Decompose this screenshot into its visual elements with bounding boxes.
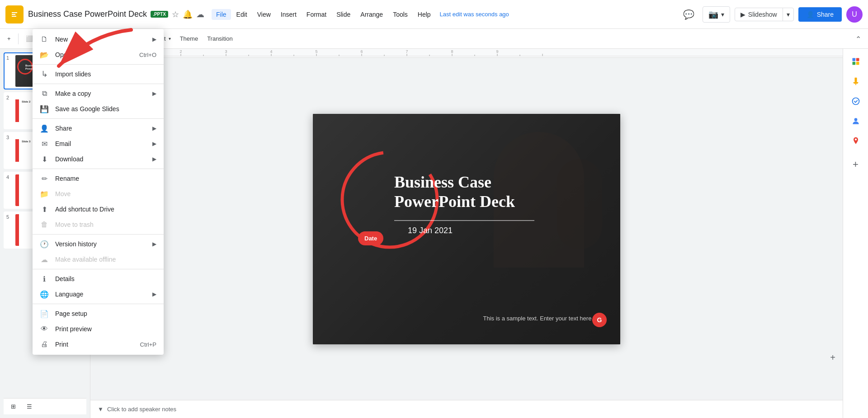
- menu-item-share[interactable]: 👤 Share ▶: [33, 121, 164, 136]
- menu-item-open[interactable]: 📂 Open Ctrl+O: [33, 47, 164, 62]
- svg-point-43: [854, 139, 856, 141]
- slideshow-button[interactable]: ▶ Slideshow ▾: [735, 8, 794, 21]
- menu-item-rename[interactable]: ✏ Rename: [33, 171, 164, 186]
- keep-button[interactable]: [847, 72, 865, 90]
- menu-item-language[interactable]: 🌐 Language ▶: [33, 286, 164, 302]
- menu-details-label: Details: [55, 275, 156, 282]
- meet-button[interactable]: 📷 ▾: [703, 6, 730, 23]
- menu-rename-label: Rename: [55, 175, 156, 182]
- avatar[interactable]: U: [846, 6, 863, 23]
- svg-text:8: 8: [451, 49, 453, 54]
- copy-arrow: ▶: [152, 90, 156, 97]
- explore-button[interactable]: [847, 52, 865, 70]
- menu-item-move[interactable]: 📁 Move: [33, 186, 164, 202]
- notify-icon[interactable]: 🔔: [183, 9, 193, 19]
- menu-item-trash[interactable]: 🗑 Move to trash: [33, 217, 164, 232]
- rename-icon: ✏: [40, 174, 49, 183]
- menu-item-make-copy[interactable]: ⧉ Make a copy ▶: [33, 86, 164, 101]
- slide-date-badge[interactable]: Date: [358, 231, 383, 245]
- menu-insert[interactable]: Insert: [276, 9, 301, 20]
- menu-arrange[interactable]: Arrange: [356, 9, 387, 20]
- share-icon: 👤: [807, 11, 814, 18]
- menu-item-version-history[interactable]: 🕐 Version history ▶: [33, 236, 164, 252]
- cloud-icon[interactable]: ☁: [196, 9, 204, 19]
- menu-item-print-preview[interactable]: 👁 Print preview: [33, 321, 164, 337]
- add-slide-button[interactable]: +: [4, 33, 14, 44]
- add-panel-button[interactable]: +: [847, 155, 865, 174]
- menu-view[interactable]: View: [253, 9, 275, 20]
- comment-button[interactable]: 💬: [680, 5, 698, 23]
- grid-view-btn[interactable]: ⊞: [7, 401, 19, 412]
- meet-label: ▾: [721, 11, 724, 18]
- language-arrow: ▶: [152, 291, 156, 297]
- slide-panel-footer: ⊞ ☰: [4, 398, 86, 414]
- menu-slide[interactable]: Slide: [332, 9, 355, 20]
- version-icon: 🕐: [40, 240, 49, 249]
- details-icon: ℹ: [40, 274, 49, 283]
- last-edit-text[interactable]: Last edit was seconds ago: [440, 11, 509, 18]
- menu-help[interactable]: Help: [413, 9, 435, 20]
- contacts-button[interactable]: [847, 112, 865, 130]
- right-sidebar: +: [843, 49, 868, 418]
- svg-point-41: [852, 98, 859, 105]
- svg-rect-36: [856, 58, 859, 61]
- menu-item-add-shortcut[interactable]: ⬆ Add shortcut to Drive: [33, 202, 164, 217]
- menu-item-page-setup[interactable]: 📄 Page setup: [33, 306, 164, 321]
- expand-button[interactable]: +: [826, 351, 839, 364]
- menu-item-offline[interactable]: ☁ Make available offline: [33, 252, 164, 267]
- language-icon: 🌐: [40, 290, 49, 299]
- menu-item-download[interactable]: ⬇ Download ▶: [33, 151, 164, 167]
- svg-text:7: 7: [406, 49, 408, 54]
- share-label: Share: [817, 11, 834, 18]
- open-icon: 📂: [40, 50, 49, 59]
- open-shortcut: Ctrl+O: [139, 52, 156, 58]
- slide-sample-text[interactable]: This is a sample text. Enter your text h…: [483, 315, 594, 322]
- topbar: Business Case PowerPoint Deck .PPTX ☆ 🔔 …: [0, 0, 868, 29]
- list-view-btn[interactable]: ☰: [23, 401, 36, 412]
- svg-rect-2: [12, 14, 15, 15]
- app-logo[interactable]: [5, 5, 24, 23]
- svg-rect-37: [852, 62, 855, 65]
- slideshow-chevron[interactable]: ▾: [783, 8, 793, 21]
- collapse-button[interactable]: ⌃: [852, 33, 864, 45]
- move-icon: 📁: [40, 189, 49, 198]
- svg-text:2: 2: [179, 49, 182, 54]
- slideshow-main[interactable]: ▶ Slideshow: [735, 8, 783, 21]
- menu-item-import[interactable]: ↳ Import slides: [33, 66, 164, 82]
- slide-g-badge: G: [592, 313, 607, 327]
- menu-trash-label: Move to trash: [55, 221, 156, 228]
- menu-open-label: Open: [55, 51, 139, 58]
- menu-format[interactable]: Format: [302, 9, 331, 20]
- trash-icon: 🗑: [40, 220, 49, 229]
- tasks-button[interactable]: [847, 92, 865, 110]
- slide-title[interactable]: Business Case PowerPoint Deck: [394, 173, 515, 211]
- ruler: 1 2 3 4 5 6 7 8 9: [90, 49, 843, 58]
- slide-canvas[interactable]: Business Case PowerPoint Deck 19 Jan 202…: [313, 114, 620, 344]
- doc-title-text[interactable]: Business Case PowerPoint Deck: [28, 9, 147, 19]
- share-button[interactable]: 👤 Share: [798, 7, 842, 22]
- menu-tools[interactable]: Tools: [388, 9, 412, 20]
- divider-3: [33, 118, 164, 119]
- menu-item-new[interactable]: 🗋 New ▶: [33, 32, 164, 47]
- divider-6: [33, 269, 164, 269]
- menu-offline-label: Make available offline: [55, 256, 156, 263]
- divider-5: [33, 234, 164, 235]
- menu-file[interactable]: File: [212, 9, 231, 20]
- star-icon[interactable]: ☆: [172, 9, 179, 19]
- menu-item-print[interactable]: 🖨 Print Ctrl+P: [33, 337, 164, 352]
- save-google-icon: 💾: [40, 104, 49, 113]
- menu-item-details[interactable]: ℹ Details: [33, 271, 164, 286]
- email-arrow: ▶: [152, 141, 156, 147]
- notes-area[interactable]: ▼ Click to add speaker notes: [90, 400, 843, 418]
- menu-item-save-google[interactable]: 💾 Save as Google Slides: [33, 101, 164, 117]
- menu-move-label: Move: [55, 190, 156, 197]
- menu-item-email[interactable]: ✉ Email ▶: [33, 136, 164, 151]
- version-arrow: ▶: [152, 241, 156, 247]
- transition-button[interactable]: Transition: [203, 33, 236, 44]
- theme-button[interactable]: Theme: [176, 33, 202, 44]
- menu-edit[interactable]: Edit: [232, 9, 252, 20]
- slide-date-text[interactable]: 19 Jan 2021: [408, 226, 453, 235]
- divider-4: [33, 169, 164, 169]
- maps-button[interactable]: [847, 132, 865, 150]
- menu-print-preview-label: Print preview: [55, 325, 156, 333]
